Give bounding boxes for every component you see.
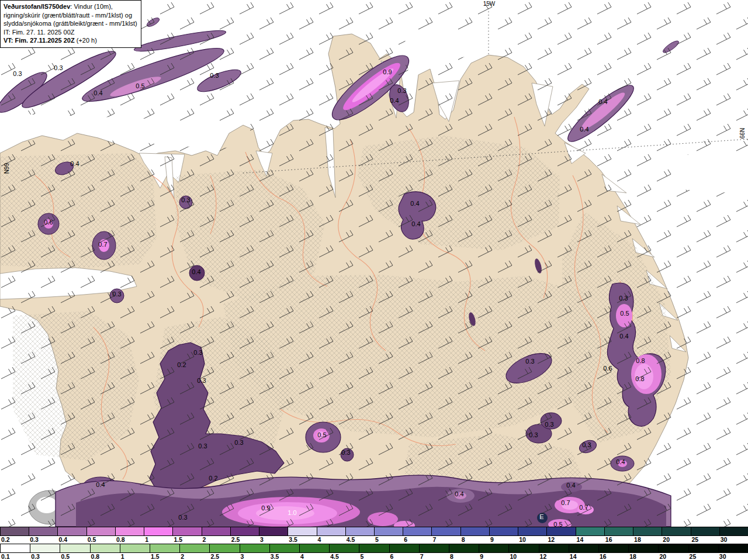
scale-tick-label: 1 (120, 554, 150, 560)
scale-tick-label: 14 (569, 554, 598, 560)
grid-label-latitude-right: 66N (739, 128, 746, 139)
scale-segment (460, 527, 489, 535)
legend-line-3: slydda/snjókoma (grátt/bleikt/grænt - mm… (4, 19, 138, 28)
precip-value-label: 0.5 (620, 310, 629, 317)
scale-tick-label: 6 (403, 537, 431, 544)
scale-tick-label: 0.4 (57, 537, 86, 544)
scale-segment (60, 544, 89, 552)
scale-segment (29, 527, 57, 535)
scale-tick-label: 3.5 (288, 537, 316, 544)
scale-segment (419, 544, 449, 552)
precip-value-label: 0.7 (98, 241, 107, 248)
wind-barb-layer (0, 0, 748, 527)
scale-tick-label: 12 (539, 554, 569, 560)
scale-tick-label: 12 (546, 537, 575, 544)
scale-segment (691, 527, 719, 535)
scale-segment (718, 544, 748, 552)
precip-value-label: 0.4 (411, 220, 420, 227)
scale-tick-label: 9 (489, 537, 518, 544)
scale-tick-label: 0.5 (60, 554, 89, 560)
scale-tick-label: 2 (202, 537, 230, 544)
scale-tick-label: 0.3 (30, 554, 60, 560)
scale-tick-label: 4.5 (329, 554, 359, 560)
scale-tick-label: 7 (419, 554, 449, 560)
precip-value-label: 0.3 (529, 431, 538, 438)
precip-value-label: 0.6 (603, 365, 612, 372)
scale-tick-label: 8 (449, 554, 479, 560)
precip-value-label: 0.3 (619, 295, 628, 302)
scale-segment (90, 544, 120, 552)
scale-tick-label: 4.5 (345, 537, 374, 544)
precip-value-label: 1.0 (288, 509, 296, 516)
scale-tick-label: 5 (359, 554, 389, 560)
precip-value-label: 0.3 (54, 64, 63, 71)
scale-segment (598, 544, 628, 552)
precip-value-label: 0.5 (553, 521, 562, 527)
title-legend-box: Veðurstofan/IS750dev: Vindur (10m), rign… (0, 0, 141, 48)
scale-tick-label: 20 (662, 537, 690, 544)
precip-value-label: 0.8 (636, 357, 645, 364)
scale-segment (658, 544, 688, 552)
scale-tick-label: 4 (299, 554, 329, 560)
scale-segment (403, 527, 431, 535)
scale-tick-label: 30 (719, 537, 748, 544)
scale-segment (57, 527, 86, 535)
scale-tick-label: 25 (688, 554, 718, 560)
scale-segment (288, 527, 316, 535)
scale-tick-label: 0.8 (115, 537, 144, 544)
scale-segment (389, 544, 419, 552)
scale-tick-label: 7 (431, 537, 460, 544)
precip-value-label: 0.5 (317, 431, 326, 438)
scale-segment (576, 527, 604, 535)
legend-line-1: Veðurstofan/IS750dev: Vindur (10m), (4, 2, 138, 11)
product-variable: : Vindur (10m), (70, 3, 113, 10)
precip-value-label: 0.4 (70, 160, 79, 167)
scale-tick-label: 2.5 (230, 537, 259, 544)
scale-tick-label: 9 (479, 554, 508, 560)
scale-segment (0, 544, 30, 552)
valid-time-offset: (+20 h) (75, 37, 97, 44)
scale-tick-label: 18 (628, 554, 658, 560)
scale-segment (240, 544, 269, 552)
snow-scale-bar (0, 544, 748, 553)
precip-value-label: 0.3 (178, 514, 187, 521)
precip-value-label: 0.3 (198, 443, 207, 450)
scale-tick-label: 25 (691, 537, 719, 544)
precip-value-label: 0.3 (112, 291, 121, 298)
scale-segment (546, 527, 575, 535)
scale-tick-label: 16 (604, 537, 633, 544)
scale-segment (269, 544, 299, 552)
scale-segment (86, 527, 115, 535)
scale-segment (489, 527, 518, 535)
scale-segment (662, 527, 690, 535)
scale-segment (628, 544, 658, 552)
scale-tick-label: 0.1 (0, 554, 30, 560)
scale-segment (345, 527, 374, 535)
scale-segment (518, 527, 546, 535)
grid-label-longitude: 15W (483, 1, 496, 7)
scale-tick-label: 10 (508, 554, 538, 560)
scale-tick-label: 0.8 (90, 554, 120, 560)
precip-value-label: 0.4 (96, 481, 105, 488)
scale-segment (144, 527, 172, 535)
scale-segment (329, 544, 359, 552)
snow-scale-labels: 0.10.30.50.811.522.533.544.5567891012141… (0, 554, 748, 560)
precip-value-label: 0.3 (210, 72, 219, 79)
scale-segment (259, 527, 288, 535)
scale-segment (30, 544, 60, 552)
scale-segment (202, 527, 230, 535)
scale-segment (299, 544, 329, 552)
scale-tick-label: 4 (317, 537, 345, 544)
precip-value-label: 0.2 (209, 475, 217, 482)
scale-segment (115, 527, 144, 535)
legend-line-2: rigning/skúrir (grænt/blátt/rautt - mm/1… (4, 11, 138, 20)
scale-tick-label: 10 (518, 537, 546, 544)
scale-segment (688, 544, 718, 552)
scale-segment (172, 527, 201, 535)
scale-tick-label: 1.5 (150, 554, 179, 560)
weather-map: 0.30.30.40.50.30.90.30.40.40.40.40.30.40… (0, 0, 748, 527)
rain-scale-bar (0, 527, 748, 536)
scale-segment (604, 527, 633, 535)
precip-value-label: 0.4 (192, 268, 200, 275)
scale-tick-label: 3.5 (269, 554, 299, 560)
